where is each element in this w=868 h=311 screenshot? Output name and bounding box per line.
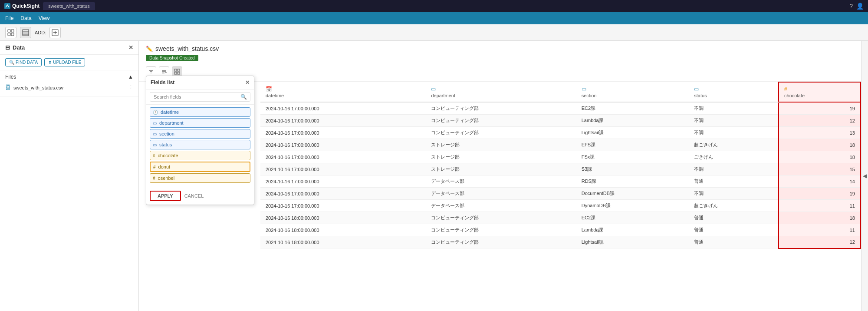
app-tab[interactable]: sweets_with_status [43, 2, 95, 10]
edit-icon[interactable]: ✏️ [146, 46, 153, 52]
fields-search-input[interactable] [150, 92, 250, 102]
file-title: sweets_with_status.csv [155, 45, 219, 52]
col-header-chocolate[interactable]: # chocolate [779, 82, 861, 102]
data-table: 📅 datetime ▭ department ▭ section ▭ [260, 82, 861, 249]
table-row: 2024-10-16 17:00:00.000ストレージ部S3課不調15 [260, 163, 861, 175]
left-panel: ⊟ Data ✕ 🔍 FIND DATA ⬆ UPLOAD FILE Files… [0, 41, 139, 311]
cell-r4-c2: FSx課 [576, 151, 689, 163]
cell-r10-c2: Lambda課 [576, 224, 689, 236]
table-row: 2024-10-16 17:00:00.000データベース部RDS課普通14 [260, 175, 861, 188]
cell-r9-c1: コンピューティング部 [426, 212, 576, 224]
field-label: chocolate [158, 153, 178, 158]
upload-icon: ⬆ [48, 60, 52, 65]
cell-r10-c1: コンピューティング部 [426, 224, 576, 236]
file-name[interactable]: sweets_with_status.csv [13, 85, 63, 90]
col-header-datetime[interactable]: 📅 datetime [260, 82, 426, 102]
cell-r2-c0: 2024-10-16 17:00:00.000 [260, 127, 426, 139]
files-section: Files ▲ 🗄 sweets_with_status.csv ⋮ [0, 70, 138, 96]
app-name: QuickSight [12, 3, 39, 9]
field-item-datetime[interactable]: 🕐 datetime [150, 107, 250, 117]
cell-r7-c0: 2024-10-16 17:00:00.000 [260, 188, 426, 200]
dashboard-icon[interactable] [5, 27, 16, 38]
fields-list-close-icon[interactable]: ✕ [245, 79, 250, 86]
file-menu-icon[interactable]: ⋮ [128, 85, 133, 90]
field-item-section[interactable]: ▭ section [150, 129, 250, 139]
table-view-icon[interactable] [20, 27, 31, 38]
number-field-icon: # [153, 153, 155, 158]
cell-r0-c0: 2024-10-16 17:00:00.000 [260, 102, 426, 115]
fields-list-panel: Fields list ✕ 🔍 🕐 datetime ▭ department … [146, 76, 254, 205]
datetime-col-icon: 📅 [266, 86, 421, 92]
right-panel-collapse[interactable]: ◀ [861, 41, 868, 311]
files-collapse-icon[interactable]: ▲ [128, 74, 133, 80]
cell-r1-c4: 12 [779, 115, 861, 127]
cell-r0-c2: EC2課 [576, 102, 689, 115]
cell-r2-c4: 13 [779, 127, 861, 139]
menu-data[interactable]: Data [20, 15, 31, 21]
string-field-icon: ▭ [153, 142, 157, 147]
cell-r9-c3: 普通 [689, 212, 779, 224]
cell-r5-c2: S3課 [576, 163, 689, 175]
help-icon[interactable]: ? [849, 3, 853, 10]
cell-r5-c0: 2024-10-16 17:00:00.000 [260, 163, 426, 175]
menu-view[interactable]: View [39, 15, 50, 21]
cell-r0-c1: コンピューティング部 [426, 102, 576, 115]
field-item-department[interactable]: ▭ department [150, 118, 250, 128]
add-label: ADD: [35, 30, 46, 35]
add-visual-icon[interactable] [49, 27, 61, 38]
table-row: 2024-10-16 17:00:00.000ストレージ部FSx課ごきげん18 [260, 151, 861, 163]
svg-rect-4 [11, 33, 14, 36]
field-label: donut [158, 164, 171, 169]
number-field-icon: # [153, 165, 156, 169]
files-label: Files [5, 74, 16, 80]
user-icon[interactable]: 👤 [856, 3, 864, 10]
menu-file[interactable]: File [5, 15, 13, 21]
cell-r4-c3: ごきげん [689, 151, 779, 163]
cell-r5-c3: 不調 [689, 163, 779, 175]
snapshot-badge: Data Snapshot Created [146, 55, 198, 61]
app-logo: QuickSight [4, 3, 39, 9]
field-item-donut[interactable]: # donut [150, 162, 250, 172]
cell-r3-c0: 2024-10-16 17:00:00.000 [260, 139, 426, 151]
cancel-button[interactable]: CANCEL [184, 191, 204, 201]
cell-r6-c1: データベース部 [426, 175, 576, 188]
cell-r10-c4: 11 [779, 224, 861, 236]
cell-r9-c4: 18 [779, 212, 861, 224]
data-panel-close-icon[interactable]: ✕ [128, 44, 133, 51]
table-row: 2024-10-16 17:00:00.000データベース部DocumentDB… [260, 188, 861, 200]
field-item-status[interactable]: ▭ status [150, 140, 250, 149]
main-layout: ⊟ Data ✕ 🔍 FIND DATA ⬆ UPLOAD FILE Files… [0, 41, 868, 311]
cell-r6-c4: 14 [779, 175, 861, 188]
search-icon: 🔍 [9, 60, 14, 65]
field-item-chocolate[interactable]: # chocolate [150, 151, 250, 160]
field-label: osenbei [158, 175, 175, 181]
apply-button[interactable]: APPLY [150, 191, 181, 201]
cell-r8-c0: 2024-10-16 17:00:00.000 [260, 200, 426, 212]
cell-r6-c2: RDS課 [576, 175, 689, 188]
cell-r7-c1: データベース部 [426, 188, 576, 200]
fields-list-items: 🕐 datetime ▭ department ▭ section ▭ stat… [146, 105, 254, 187]
cell-r6-c3: 普通 [689, 175, 779, 188]
col-header-department[interactable]: ▭ department [426, 82, 576, 102]
fields-list-header: Fields list ✕ [146, 76, 254, 89]
cell-r4-c1: ストレージ部 [426, 151, 576, 163]
fields-actions: APPLY CANCEL [146, 187, 254, 205]
col-header-status[interactable]: ▭ status [689, 82, 779, 102]
col-header-section[interactable]: ▭ section [576, 82, 689, 102]
upload-file-button[interactable]: ⬆ UPLOAD FILE [44, 58, 85, 66]
collapse-icon: ◀ [863, 173, 867, 179]
data-panel-collapse-icon[interactable]: ⊟ [5, 44, 10, 51]
center-panel: ✏️ sweets_with_status.csv Data Snapshot … [139, 41, 861, 311]
cell-r11-c1: コンピューティング部 [426, 236, 576, 248]
menu-bar: File Data View [0, 12, 868, 24]
svg-rect-2 [11, 30, 14, 32]
files-header: Files ▲ [5, 74, 133, 80]
field-item-osenbei[interactable]: # osenbei [150, 173, 250, 183]
data-table-area: 📅 datetime ▭ department ▭ section ▭ [260, 82, 861, 311]
field-label: datetime [161, 109, 179, 115]
find-data-button[interactable]: 🔍 FIND DATA [5, 58, 42, 66]
chocolate-col-icon: # [784, 86, 855, 92]
datetime-field-icon: 🕐 [153, 110, 158, 115]
data-panel-actions: 🔍 FIND DATA ⬆ UPLOAD FILE [0, 55, 138, 70]
center-title: ✏️ sweets_with_status.csv [146, 45, 854, 52]
